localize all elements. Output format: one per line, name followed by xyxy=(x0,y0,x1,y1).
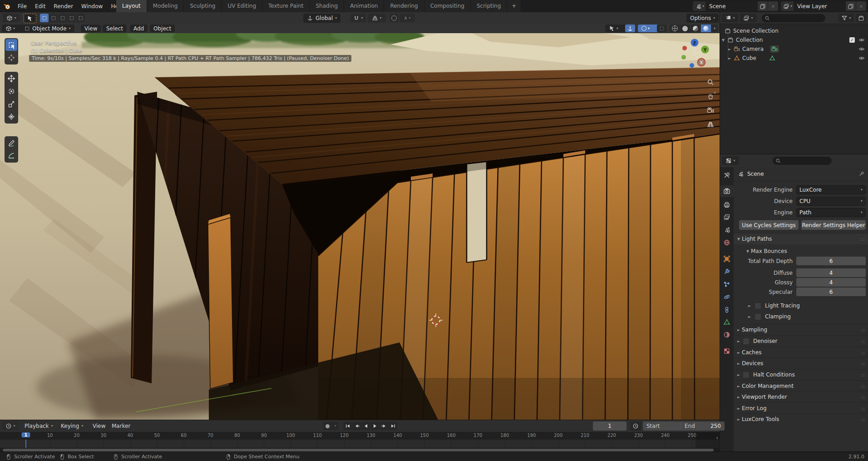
gizmo-y-negative[interactable] xyxy=(681,55,686,59)
snap-target-dropdown[interactable]: ▾ xyxy=(368,14,386,22)
shading-solid-button[interactable] xyxy=(680,25,690,32)
tab-scripting[interactable]: Scripting xyxy=(471,0,507,12)
timeline-playhead[interactable] xyxy=(25,440,26,448)
select-mode-extend-button[interactable] xyxy=(49,14,58,22)
pin-icon[interactable] xyxy=(858,171,865,177)
frame-end-field[interactable]: End250 xyxy=(681,421,725,431)
active-tool-button[interactable] xyxy=(24,14,36,23)
frame-tick[interactable]: 60 xyxy=(181,433,187,438)
light-tracing-checkbox[interactable] xyxy=(755,302,761,309)
tab-tool[interactable] xyxy=(720,169,734,181)
object-menu[interactable]: Object xyxy=(150,25,175,32)
tab-particles[interactable] xyxy=(720,278,734,290)
menu-window[interactable]: Window xyxy=(77,3,107,10)
mode-dropdown[interactable]: Object Mode▾ xyxy=(21,25,74,32)
eye-icon[interactable] xyxy=(858,55,865,61)
panel-drag-dots[interactable]: :::: xyxy=(861,237,865,242)
timeline-editor-type-button[interactable]: ▾ xyxy=(2,421,19,430)
play-reverse-button[interactable] xyxy=(361,422,370,430)
tab-object-data[interactable] xyxy=(720,316,734,328)
clamping-checkbox[interactable] xyxy=(755,313,761,320)
frame-tick[interactable]: 240 xyxy=(661,433,670,438)
select-mode-subtract-button[interactable] xyxy=(58,14,67,22)
panel-halt-conditions[interactable]: ►Halt Conditions:::: xyxy=(734,369,868,380)
camera-view-button[interactable] xyxy=(705,104,716,116)
properties-search-input[interactable] xyxy=(773,157,832,165)
tab-modeling[interactable]: Modeling xyxy=(147,0,184,12)
view-layer-icon[interactable]: ▾ xyxy=(781,1,794,11)
total-path-depth-field[interactable]: 6 xyxy=(796,257,866,265)
timeline-scrollbar-thumb[interactable] xyxy=(3,449,714,451)
frame-tick[interactable]: 100 xyxy=(286,433,295,438)
annotate-tool[interactable] xyxy=(5,137,17,149)
select-mode-intersect-button[interactable] xyxy=(76,14,85,22)
shading-material-button[interactable] xyxy=(690,25,700,32)
frame-tick[interactable]: 170 xyxy=(473,433,482,438)
frame-tick[interactable]: 190 xyxy=(527,433,536,438)
use-preview-range-toggle[interactable] xyxy=(630,421,641,431)
disclosure-triangle[interactable]: ► xyxy=(726,56,733,60)
eye-icon[interactable] xyxy=(858,37,865,43)
playback-menu[interactable]: Playback▾ xyxy=(22,421,56,431)
options-dropdown[interactable]: Options▾ xyxy=(686,14,719,23)
tab-layout[interactable]: Layout xyxy=(116,0,147,12)
view-layer-name[interactable]: View Layer xyxy=(794,1,845,11)
frame-tick[interactable]: 210 xyxy=(581,433,589,438)
frame-tick[interactable]: 120 xyxy=(340,433,349,438)
tab-rendering[interactable]: Rendering xyxy=(384,0,424,12)
tab-uv-editing[interactable]: UV Editing xyxy=(222,0,262,12)
panel-error-log[interactable]: ►Error Log:::: xyxy=(734,402,868,414)
proportional-falloff-dropdown[interactable]: ∧▾ xyxy=(399,14,415,22)
frame-tick[interactable]: 160 xyxy=(447,433,455,438)
gizmo-x-negative[interactable] xyxy=(682,46,687,50)
snap-toggle-button[interactable]: ▾ xyxy=(350,14,366,22)
transform-tool[interactable] xyxy=(5,111,17,123)
new-collection-button[interactable] xyxy=(856,14,867,22)
jump-to-start-button[interactable] xyxy=(343,422,352,430)
editor-type-button[interactable]: ▾ xyxy=(3,14,20,22)
diffuse-field[interactable]: 4 xyxy=(796,268,866,277)
panel-color-management[interactable]: ►Color Management:::: xyxy=(734,380,868,392)
show-gizmos-toggle[interactable] xyxy=(625,25,635,32)
panel-viewport-render[interactable]: ►Viewport Render:::: xyxy=(734,391,868,402)
outliner-row-collection[interactable]: ▼ Collection ✓ xyxy=(720,35,868,45)
tab-texture[interactable] xyxy=(720,345,734,357)
viewport-canvas[interactable]: ‹ xyxy=(0,24,720,420)
view-layer-delete-button[interactable] xyxy=(856,1,866,11)
tab-scene[interactable] xyxy=(720,224,734,236)
panel-drag-dots[interactable]: :::: xyxy=(861,361,865,366)
menu-render[interactable]: Render xyxy=(49,3,77,10)
panel-drag-dots[interactable]: :::: xyxy=(861,350,865,355)
panel-drag-dots[interactable]: :::: xyxy=(861,339,865,344)
mesh-data-badge[interactable] xyxy=(769,55,775,61)
axis-gizmo[interactable]: Z Y X xyxy=(679,38,710,69)
tab-constraints[interactable] xyxy=(720,304,734,316)
outliner-row-cube[interactable]: ► Cube xyxy=(720,54,868,63)
use-cycles-settings-button[interactable]: Use Cycles Settings xyxy=(739,220,799,230)
select-mode-invert-button[interactable] xyxy=(67,14,76,22)
zoom-view-button[interactable] xyxy=(705,76,716,88)
previous-keyframe-button[interactable] xyxy=(352,422,361,430)
disclosure-triangle[interactable]: ▼ xyxy=(720,38,726,42)
select-menu[interactable]: Select xyxy=(103,25,127,32)
pan-view-button[interactable] xyxy=(705,90,716,102)
panel-sampling[interactable]: ►Sampling:::: xyxy=(734,324,868,335)
current-frame-field[interactable]: 1 xyxy=(593,421,626,431)
shading-dropdown[interactable]: ▾ xyxy=(711,25,718,32)
panel-devices[interactable]: ►Devices:::: xyxy=(734,357,868,369)
timeline-view-menu[interactable]: View xyxy=(90,421,108,431)
marker-menu[interactable]: Marker xyxy=(109,421,133,431)
eye-icon[interactable] xyxy=(858,46,865,52)
outliner-row-scene-collection[interactable]: Scene Collection xyxy=(720,26,868,35)
view-layer-selector[interactable]: ▾ View Layer xyxy=(781,1,866,11)
auto-keying-dropdown[interactable]: ▾ xyxy=(332,422,338,430)
tab-material[interactable] xyxy=(720,329,734,341)
tab-object[interactable] xyxy=(720,253,734,265)
tab-physics[interactable] xyxy=(720,291,734,303)
disclosure-triangle[interactable]: ► xyxy=(726,47,733,51)
panel-drag-dots[interactable]: :::: xyxy=(861,372,865,377)
next-keyframe-button[interactable] xyxy=(380,422,388,430)
measure-tool[interactable] xyxy=(5,150,17,162)
move-tool[interactable] xyxy=(5,73,17,84)
tab-sculpting[interactable]: Sculpting xyxy=(184,0,222,12)
